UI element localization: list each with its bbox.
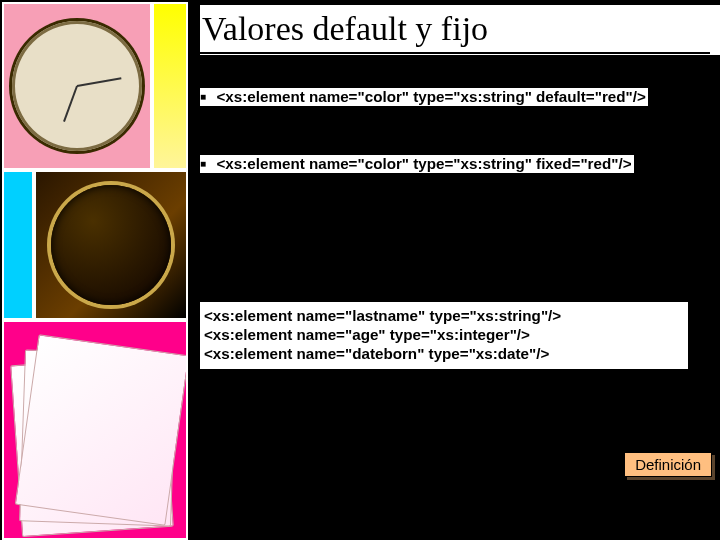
bullet-icon: ■	[200, 91, 210, 102]
paper-stack-icon	[16, 342, 176, 532]
code-line-fixed-wrap: ■ <xs:element name="color" type="xs:stri…	[200, 155, 634, 173]
code-block-line: <xs:element name="dateborn" type="xs:dat…	[204, 344, 684, 363]
code-line-default: <xs:element name="color" type="xs:string…	[215, 88, 648, 105]
clock-tile-dark	[34, 170, 188, 320]
yellow-strip-tile	[152, 2, 188, 170]
title-underline	[200, 52, 710, 54]
clock-icon	[12, 21, 142, 151]
papers-tile-magenta	[2, 320, 188, 540]
definicion-button[interactable]: Definición	[624, 452, 712, 477]
slide-title: Valores default y fijo	[200, 10, 494, 50]
bullet-icon: ■	[200, 158, 210, 169]
code-block-line: <xs:element name="age" type="xs:integer"…	[204, 325, 684, 344]
code-block: <xs:element name="lastname" type="xs:str…	[200, 302, 688, 369]
slide-content: Valores default y fijo ■ <xs:element nam…	[200, 0, 720, 540]
code-line-fixed: <xs:element name="color" type="xs:string…	[215, 155, 634, 172]
code-line-default-wrap: ■ <xs:element name="color" type="xs:stri…	[200, 88, 648, 106]
code-block-line: <xs:element name="lastname" type="xs:str…	[204, 306, 684, 325]
clock-icon	[51, 185, 171, 305]
decorative-sidebar	[0, 0, 190, 540]
cyan-strip-tile	[2, 170, 34, 320]
clock-tile-pink	[2, 2, 152, 170]
